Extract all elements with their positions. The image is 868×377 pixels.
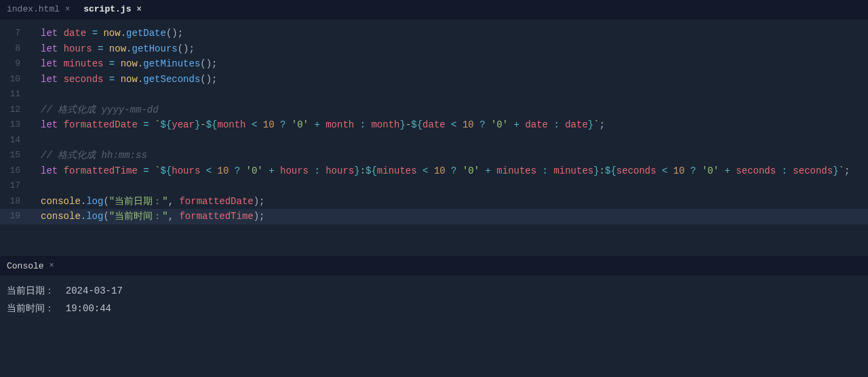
close-icon[interactable]: × (65, 5, 70, 14)
console-line: 当前时间： 19:00:44 (7, 300, 861, 317)
code-content: let minutes = now.getMinutes(); (31, 56, 868, 72)
code-content: let formattedTime = `${hours < 10 ? '0' … (31, 163, 868, 179)
code-content: console.log("当前日期：", formattedDate); (31, 194, 868, 210)
console-line: 当前日期： 2024-03-17 (7, 282, 861, 300)
code-line[interactable]: 7let date = now.getDate(); (0, 26, 868, 41)
code-content: let hours = now.getHours(); (31, 41, 868, 57)
line-number: 9 (0, 56, 31, 72)
line-number: 18 (0, 194, 31, 210)
code-line[interactable]: 14 (0, 133, 868, 148)
line-number: 8 (0, 41, 31, 57)
code-content (31, 87, 868, 102)
line-number: 17 (0, 178, 31, 194)
code-line[interactable]: 16let formattedTime = `${hours < 10 ? '0… (0, 163, 868, 179)
code-content: // 格式化成 yyyy-mm-dd (31, 102, 868, 118)
code-content: console.log("当前时间：", formattedTime); (31, 209, 868, 224)
line-number: 7 (0, 26, 31, 41)
line-number: 13 (0, 117, 31, 133)
tab-script-js[interactable]: script.js × (77, 0, 148, 18)
code-line[interactable]: 11 (0, 87, 868, 102)
code-content: // 格式化成 hh:mm:ss (31, 148, 868, 163)
tab-label: index.html (7, 4, 60, 14)
code-content: let formattedDate = `${year}-${month < 1… (31, 117, 868, 133)
code-line[interactable]: 8let hours = now.getHours(); (0, 41, 868, 57)
code-content: let seconds = now.getSeconds(); (31, 72, 868, 87)
code-line[interactable]: 13let formattedDate = `${year}-${month <… (0, 117, 868, 133)
line-number: 15 (0, 148, 31, 163)
line-number: 12 (0, 102, 31, 118)
close-icon[interactable]: × (50, 261, 54, 271)
code-line[interactable]: 18console.log("当前日期：", formattedDate); (0, 194, 868, 210)
code-line[interactable]: 15// 格式化成 hh:mm:ss (0, 148, 868, 163)
tab-label: script.js (83, 4, 131, 14)
line-number: 14 (0, 133, 31, 148)
line-number: 16 (0, 163, 31, 179)
tab-index-html[interactable]: index.html × (0, 0, 77, 18)
code-content: let date = now.getDate(); (31, 26, 868, 41)
code-line[interactable]: 19console.log("当前时间：", formattedTime); (0, 209, 868, 224)
console-output[interactable]: 当前日期： 2024-03-17 当前时间： 19:00:44 (0, 275, 868, 377)
tab-bar: index.html × script.js × (0, 0, 868, 19)
code-line[interactable]: 12// 格式化成 yyyy-mm-dd (0, 102, 868, 118)
console-panel-header: Console × (0, 256, 868, 275)
close-icon[interactable]: × (136, 5, 141, 14)
line-number: 19 (0, 209, 31, 224)
code-line[interactable]: 10let seconds = now.getSeconds(); (0, 72, 868, 87)
panel-title: Console (7, 261, 44, 271)
code-content (31, 178, 868, 194)
line-number: 10 (0, 72, 31, 87)
line-number: 11 (0, 87, 31, 102)
code-content (31, 133, 868, 148)
code-line[interactable]: 17 (0, 178, 868, 194)
code-editor[interactable]: 7let date = now.getDate();8let hours = n… (0, 19, 868, 256)
code-line[interactable]: 9let minutes = now.getMinutes(); (0, 56, 868, 72)
